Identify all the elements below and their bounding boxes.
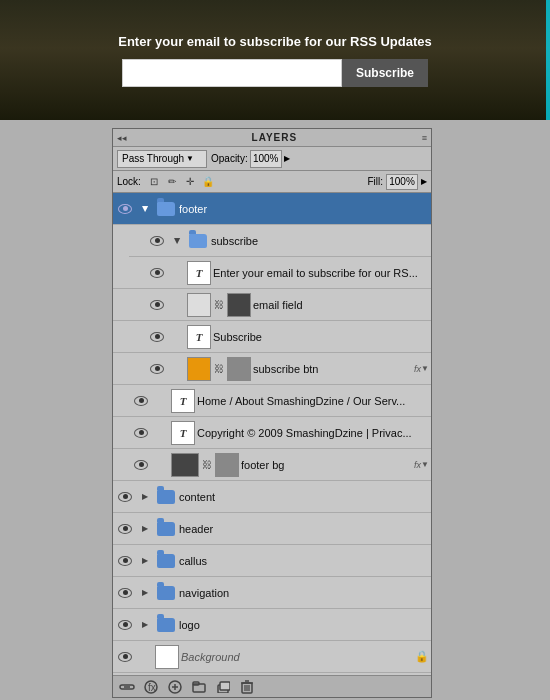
add-style-button[interactable]: fx: [141, 679, 161, 695]
layer-row[interactable]: ⛓ subscribe btn fx ▼: [113, 353, 431, 385]
eye-icon: [134, 460, 148, 470]
layer-row[interactable]: T Subscribe: [113, 321, 431, 353]
expand-arrow: ▶: [142, 588, 148, 597]
layer-name: footer: [179, 203, 429, 215]
layer-name: logo: [179, 619, 429, 631]
layer-thumbnail-dark: [171, 453, 199, 477]
visibility-eye[interactable]: [145, 300, 169, 310]
visibility-eye[interactable]: [129, 428, 153, 438]
eye-icon: [150, 332, 164, 342]
link-layers-button[interactable]: [117, 679, 137, 695]
fill-label: Fill:: [367, 176, 383, 187]
expand-arrow: ▶: [142, 556, 148, 565]
expand-col[interactable]: ▶: [137, 492, 153, 501]
visibility-eye[interactable]: [113, 204, 137, 214]
layer-name: Subscribe: [213, 331, 429, 343]
blend-mode-select[interactable]: Pass Through ▼: [117, 150, 207, 168]
layer-name: Enter your email to subscribe for our RS…: [213, 267, 429, 279]
layer-name: subscribe btn: [253, 363, 412, 375]
visibility-eye[interactable]: [113, 620, 137, 630]
eye-icon: [150, 300, 164, 310]
layer-name: Home / About SmashingDzine / Our Serv...: [197, 395, 429, 407]
opacity-value[interactable]: 100%: [250, 150, 282, 168]
folder-icon: [157, 554, 175, 568]
expand-arrow: ▶: [142, 524, 148, 533]
expand-col[interactable]: ▶: [169, 236, 185, 245]
opacity-label: Opacity:: [211, 153, 248, 164]
lock-all-icon[interactable]: ⊡: [147, 175, 161, 189]
visibility-eye[interactable]: [113, 524, 137, 534]
layer-thumbnail-white: [187, 293, 211, 317]
visibility-eye[interactable]: [113, 556, 137, 566]
layer-row[interactable]: T Enter your email to subscribe for our …: [113, 257, 431, 289]
delete-layer-button[interactable]: [237, 679, 257, 695]
visibility-eye[interactable]: [113, 588, 137, 598]
visibility-eye[interactable]: [145, 268, 169, 278]
opacity-arrow[interactable]: ▶: [284, 154, 290, 163]
eye-icon: [118, 524, 132, 534]
layer-row[interactable]: ▶ header: [113, 513, 431, 545]
folder-icon: [157, 618, 175, 632]
expand-col[interactable]: ▶: [137, 524, 153, 533]
layer-row[interactable]: ▶ content: [113, 481, 431, 513]
fx-expand-arrow[interactable]: ▼: [421, 460, 429, 469]
banner-input-row: Subscribe: [122, 59, 428, 87]
folder-icon: [157, 490, 175, 504]
layer-row[interactable]: ⛓ footer bg fx ▼: [113, 449, 431, 481]
layer-row[interactable]: ▶ logo: [113, 609, 431, 641]
subscribe-button[interactable]: Subscribe: [342, 59, 428, 87]
expand-arrow: ▶: [141, 206, 150, 212]
expand-col[interactable]: ▶: [137, 556, 153, 565]
svg-rect-10: [220, 682, 230, 690]
visibility-eye[interactable]: [129, 460, 153, 470]
eye-icon: [118, 556, 132, 566]
expand-col[interactable]: ▶: [137, 620, 153, 629]
expand-arrow: ▶: [142, 492, 148, 501]
svg-text:fx: fx: [148, 682, 156, 693]
lock-position-icon[interactable]: ✛: [183, 175, 197, 189]
email-input[interactable]: [122, 59, 342, 87]
lock-row: Lock: ⊡ ✏ ✛ 🔒 Fill: 100% ▶: [113, 171, 431, 193]
eye-icon: [150, 236, 164, 246]
visibility-eye[interactable]: [113, 492, 137, 502]
layers-bottom-toolbar: fx: [113, 675, 431, 697]
fx-expand-arrow[interactable]: ▼: [421, 364, 429, 373]
fill-value[interactable]: 100%: [386, 174, 418, 190]
eye-icon: [118, 588, 132, 598]
layer-name: header: [179, 523, 429, 535]
expand-col[interactable]: ▶: [137, 588, 153, 597]
layer-name: content: [179, 491, 429, 503]
visibility-eye[interactable]: [129, 396, 153, 406]
top-banner: Enter your email to subscribe for our RS…: [0, 0, 550, 120]
lock-pixels-icon[interactable]: ✏: [165, 175, 179, 189]
titlebar-collapse-icon[interactable]: ◂◂: [117, 133, 127, 143]
fill-arrow[interactable]: ▶: [421, 177, 427, 186]
layer-row[interactable]: T Home / About SmashingDzine / Our Serv.…: [113, 385, 431, 417]
new-layer-button[interactable]: [213, 679, 233, 695]
chain-icon: ⛓: [202, 459, 212, 470]
layer-row[interactable]: ▶ navigation: [113, 577, 431, 609]
eye-icon: [118, 492, 132, 502]
visibility-eye[interactable]: [145, 236, 169, 246]
folder-icon: [189, 234, 207, 248]
lock-lock-icon[interactable]: 🔒: [201, 175, 215, 189]
new-adjustment-button[interactable]: [165, 679, 185, 695]
layer-row[interactable]: ▶ callus: [113, 545, 431, 577]
layer-row[interactable]: Background 🔒: [113, 641, 431, 673]
panel-menu-icon[interactable]: ≡: [422, 133, 427, 143]
visibility-eye[interactable]: [145, 332, 169, 342]
fill-section: Fill: 100% ▶: [367, 174, 427, 190]
layer-row[interactable]: T Copyright © 2009 SmashingDzine | Priva…: [113, 417, 431, 449]
new-group-button[interactable]: [189, 679, 209, 695]
folder-icon: [157, 202, 175, 216]
visibility-eye[interactable]: [145, 364, 169, 374]
expand-col[interactable]: ▶: [137, 204, 153, 213]
chain-icon: ⛓: [214, 363, 224, 374]
visibility-eye[interactable]: [113, 652, 137, 662]
layer-row[interactable]: ⛓ email field: [113, 289, 431, 321]
text-thumbnail: T: [187, 261, 211, 285]
layer-row[interactable]: ▶ footer: [113, 193, 431, 225]
layer-name: subscribe: [211, 235, 429, 247]
layer-name: footer bg: [241, 459, 412, 471]
layer-row[interactable]: ▶ subscribe: [129, 225, 431, 257]
